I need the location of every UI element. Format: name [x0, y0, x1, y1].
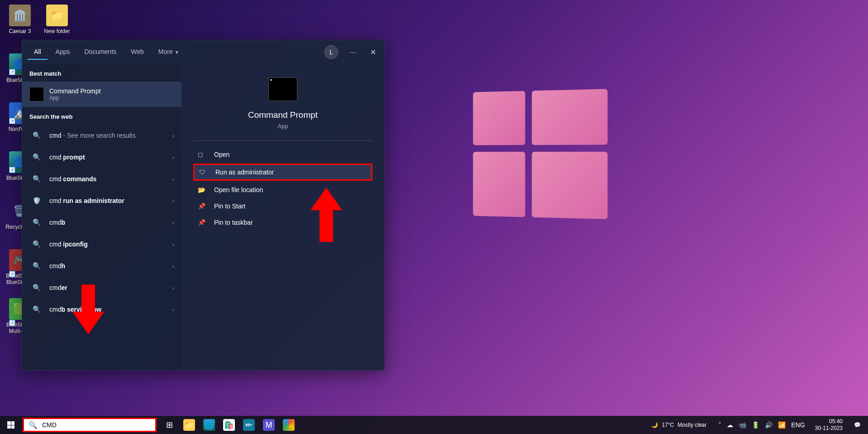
action-open-file-location[interactable]: 📂 Open file location [187, 182, 379, 198]
chevron-right-icon: › [172, 219, 174, 226]
action-label: Pin to Start [214, 203, 245, 210]
taskbar-app-generic[interactable]: M [259, 416, 279, 434]
file-explorer-icon: 📁 [183, 419, 195, 431]
preview-title: Command Prompt [248, 110, 318, 120]
taskbar-search-box[interactable]: 🔍 [23, 418, 157, 432]
windows-icon [7, 421, 14, 429]
taskbar-clock[interactable]: 05:40 30-11-2023 [811, 418, 847, 432]
folder-icon: 📂 [198, 186, 206, 193]
web-result-cmd[interactable]: 🔍 cmd - See more search results › [22, 125, 181, 146]
preview-app-icon [268, 77, 297, 101]
search-filter-tabs: All Apps Documents Web More▼ L ⋯ ✕ [22, 40, 384, 64]
search-tab-all[interactable]: All [28, 44, 48, 60]
action-label: Pin to taskbar [214, 219, 253, 226]
chevron-right-icon: › [172, 241, 174, 248]
search-icon: 🔍 [29, 215, 44, 230]
clock-date: 30-11-2023 [815, 425, 843, 432]
action-pin-to-taskbar[interactable]: 📌 Pin to taskbar [187, 214, 379, 231]
svg-marker-1 [72, 285, 104, 334]
web-result-cmdh[interactable]: 🔍 cmdh › [22, 255, 181, 277]
divider [193, 140, 373, 141]
web-result-cmdb[interactable]: 🔍 cmdb › [22, 212, 181, 233]
annotation-arrow-down [72, 285, 104, 334]
chevron-right-icon: › [172, 132, 174, 139]
task-view-button[interactable]: ⊞ [159, 416, 179, 434]
app-icon: M [263, 419, 275, 431]
taskbar-app-file-explorer[interactable]: 📁 [179, 416, 199, 434]
search-icon: 🔍 [29, 172, 44, 186]
action-center-button[interactable]: 💬 [848, 422, 866, 428]
taskbar-app-ms-store[interactable]: 🛍️ [219, 416, 239, 434]
pin-icon: 📌 [198, 219, 206, 226]
taskbar-app-mail[interactable]: 99+ [239, 416, 259, 434]
store-icon: 🛍️ [223, 419, 235, 431]
network-icon[interactable]: 📶 [778, 421, 786, 429]
search-icon: 🔍 [29, 128, 44, 143]
section-search-web: Search the web [22, 107, 181, 125]
action-run-as-administrator[interactable]: 🛡 Run as administrator [193, 164, 372, 181]
weather-desc: Mostly clear [677, 422, 706, 428]
annotation-arrow-up [310, 188, 342, 242]
search-tab-apps[interactable]: Apps [49, 44, 76, 60]
desktop-icon-new-folder[interactable]: 📁New folder [40, 5, 74, 34]
chevron-right-icon: › [172, 154, 174, 161]
search-icon: 🔍 [29, 421, 38, 429]
search-icon: 🔍 [29, 302, 44, 317]
search-icon: 🔍 [29, 237, 44, 251]
more-options-icon[interactable]: ⋯ [347, 45, 359, 59]
volume-icon[interactable]: 🔊 [765, 421, 773, 429]
action-label: Open [214, 151, 229, 158]
taskbar-app-chrome[interactable] [279, 416, 299, 434]
task-view-icon: ⊞ [166, 420, 173, 430]
chrome-icon [283, 419, 295, 431]
chevron-down-icon: ▼ [175, 50, 179, 55]
taskbar-app-edge[interactable]: 🌐 [199, 416, 219, 434]
section-best-match: Best match [22, 64, 181, 82]
open-icon: ◻ [198, 151, 206, 158]
chevron-right-icon: › [172, 306, 174, 313]
system-tray: ˄ ☁ 📹 🔋 🔊 📶 ENG [714, 421, 809, 429]
result-command-prompt[interactable]: Command Prompt App [22, 82, 181, 107]
pin-icon: 📌 [198, 203, 206, 210]
language-indicator[interactable]: ENG [791, 421, 805, 429]
web-result-cmd-ipconfig[interactable]: 🔍 cmd ipconfig › [22, 233, 181, 255]
weather-temp: 17°C [662, 422, 674, 428]
search-tab-more[interactable]: More▼ [152, 44, 186, 60]
edge-icon: 🌐 [203, 419, 215, 431]
meet-now-icon[interactable]: 📹 [739, 421, 746, 429]
battery-icon[interactable]: 🔋 [752, 421, 759, 429]
start-button[interactable] [2, 416, 20, 434]
action-pin-to-start[interactable]: 📌 Pin to Start [187, 198, 379, 214]
taskbar: 🔍 ⊞ 📁 🌐 🛍️ 99+ M 🌙 17°C Mostly clear ˄ ☁… [0, 416, 868, 434]
desktop-icon-caesar3[interactable]: 🏛️Caesar 3 [3, 5, 37, 34]
user-avatar[interactable]: L [324, 45, 339, 59]
tray-chevron-icon[interactable]: ˄ [718, 421, 721, 429]
action-label: Run as administrator [215, 169, 274, 176]
action-open[interactable]: ◻ Open [187, 146, 379, 163]
search-input[interactable] [42, 421, 151, 429]
search-tab-web[interactable]: Web [124, 44, 150, 60]
search-icon: 🔍 [29, 280, 44, 295]
admin-icon: 🛡️ [29, 193, 44, 208]
search-icon: 🔍 [29, 259, 44, 273]
search-icon: 🔍 [29, 150, 44, 164]
notification-icon: 💬 [854, 422, 861, 428]
chevron-right-icon: › [172, 176, 174, 183]
web-result-cmd-run-as-admin[interactable]: 🛡️ cmd run as administrator › [22, 190, 181, 212]
taskbar-weather[interactable]: 🌙 17°C Mostly clear [645, 422, 713, 428]
preview-subtitle: App [277, 123, 288, 130]
chevron-right-icon: › [172, 285, 174, 291]
result-subtitle: App [49, 95, 174, 101]
search-tab-documents[interactable]: Documents [78, 44, 123, 60]
weather-icon: 🌙 [651, 422, 658, 428]
cmd-icon [29, 87, 44, 101]
clock-time: 05:40 [815, 418, 843, 425]
wallpaper-windows-logo [473, 89, 607, 219]
web-result-cmd-prompt[interactable]: 🔍 cmd prompt › [22, 146, 181, 168]
svg-marker-0 [310, 188, 342, 242]
onedrive-icon[interactable]: ☁ [727, 421, 733, 429]
close-icon[interactable]: ✕ [367, 45, 379, 59]
web-result-cmd-commands[interactable]: 🔍 cmd commands › [22, 168, 181, 190]
search-preview-pane: Command Prompt App ◻ Open 🛡 Run as admin… [181, 64, 384, 370]
admin-shield-icon: 🛡 [199, 169, 207, 176]
